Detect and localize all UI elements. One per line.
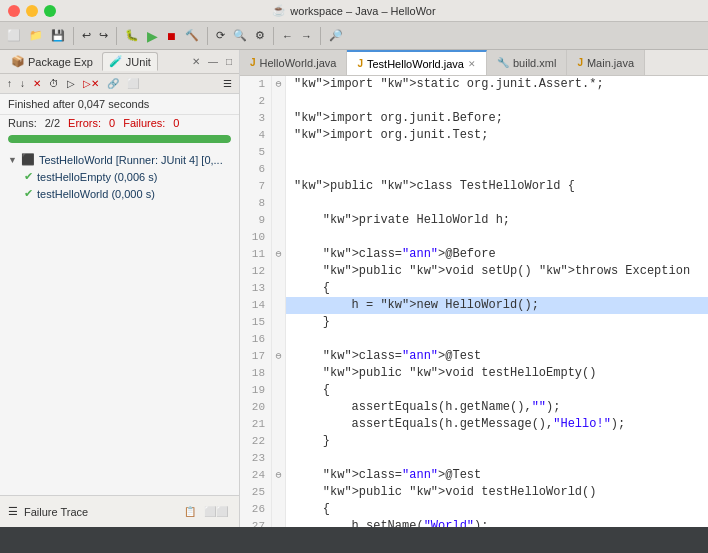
junit-prev-failure[interactable]: ↑ (4, 76, 15, 91)
code-line: 1⊖"kw">import "kw">static org.junit.Asse… (240, 76, 708, 93)
line-number: 8 (240, 195, 272, 212)
toolbar-undo[interactable]: ↩ (79, 27, 94, 44)
errors-label: Errors: (68, 117, 101, 129)
editor-tab-label-0: HelloWorld.java (260, 57, 337, 69)
maximize-button[interactable] (44, 5, 56, 17)
junit-rerun-failed[interactable]: ▷✕ (80, 76, 102, 91)
toolbar-back[interactable]: ← (279, 28, 296, 44)
line-gutter: ⊖ (272, 348, 286, 365)
code-line: 16 (240, 331, 708, 348)
panel-maximize-button[interactable]: □ (223, 55, 235, 68)
tab-junit[interactable]: 🧪 JUnit (102, 52, 158, 71)
editor-tab-label-3: Main.java (587, 57, 634, 69)
code-line: 10 (240, 229, 708, 246)
line-content: "kw">import org.junit.Test; (286, 127, 708, 144)
line-gutter (272, 484, 286, 501)
window-title: ☕ workspace – Java – HelloWor (272, 4, 435, 17)
toolbar-save[interactable]: 💾 (48, 27, 68, 44)
line-gutter (272, 314, 286, 331)
line-number: 25 (240, 484, 272, 501)
line-content: h.setName("World"); (286, 518, 708, 527)
code-line: 6 (240, 161, 708, 178)
toolbar-redo[interactable]: ↪ (96, 27, 111, 44)
editor-tab-3[interactable]: J Main.java (567, 50, 645, 75)
editor-tab-0[interactable]: J HelloWorld.java (240, 50, 347, 75)
left-panel: 📦 Package Exp 🧪 JUnit ✕ — □ ↑ ↓ ✕ ⏱ ▷ ▷✕… (0, 50, 240, 527)
failures-value: 0 (173, 117, 179, 129)
code-line: 22 } (240, 433, 708, 450)
editor-tab-2[interactable]: 🔧 build.xml (487, 50, 567, 75)
line-gutter (272, 178, 286, 195)
code-line: 2 (240, 93, 708, 110)
failure-trace-panel: ☰ Failure Trace 📋 ⬜⬜ (0, 495, 239, 527)
junit-rerun[interactable]: ▷ (64, 76, 78, 91)
line-gutter (272, 433, 286, 450)
toolbar-new[interactable]: ⬜ (4, 27, 24, 44)
line-gutter (272, 280, 286, 297)
line-gutter (272, 212, 286, 229)
code-line: 3"kw">import org.junit.Before; (240, 110, 708, 127)
tree-root-item[interactable]: ▼ ⬛ TestHelloWorld [Runner: JUnit 4] [0,… (0, 151, 239, 168)
toolbar-sep-5 (320, 27, 321, 45)
editor-tab-close-1[interactable]: ✕ (468, 59, 476, 69)
line-number: 21 (240, 416, 272, 433)
line-gutter (272, 110, 286, 127)
line-gutter: ⊖ (272, 467, 286, 484)
tree-child-item-1[interactable]: ✔ testHelloWorld (0,000 s) (0, 185, 239, 202)
toolbar-sep-4 (273, 27, 274, 45)
editor-tab-1[interactable]: J TestHelloWorld.java ✕ (347, 50, 487, 75)
toolbar-build[interactable]: 🔨 (182, 27, 202, 44)
code-line: 13 { (240, 280, 708, 297)
line-number: 11 (240, 246, 272, 263)
line-number: 22 (240, 433, 272, 450)
code-line: 15 } (240, 314, 708, 331)
panel-tab-bar: 📦 Package Exp 🧪 JUnit ✕ — □ (0, 50, 239, 74)
tree-root-label: TestHelloWorld [Runner: JUnit 4] [0,... (39, 154, 223, 166)
toolbar-debug[interactable]: 🐛 (122, 27, 142, 44)
package-icon: 📦 (11, 55, 25, 68)
window-icon: ☕ (272, 4, 286, 17)
junit-icon: 🧪 (109, 55, 123, 68)
main-toolbar: ⬜ 📁 💾 ↩ ↪ 🐛 ▶ ⏹ 🔨 ⟳ 🔍 ⚙ ← → 🔎 (0, 22, 708, 50)
junit-filter[interactable]: ⬜ (124, 76, 142, 91)
failure-trace-filter[interactable]: ⬜⬜ (201, 504, 231, 519)
toolbar-forward[interactable]: → (298, 28, 315, 44)
line-gutter (272, 399, 286, 416)
window-controls[interactable] (8, 5, 56, 17)
line-number: 5 (240, 144, 272, 161)
junit-link[interactable]: 🔗 (104, 76, 122, 91)
tab-package-explorer[interactable]: 📦 Package Exp (4, 52, 100, 71)
panel-close-button[interactable]: ✕ (189, 55, 203, 68)
close-button[interactable] (8, 5, 20, 17)
junit-menu[interactable]: ☰ (220, 76, 235, 91)
code-line: 4"kw">import org.junit.Test; (240, 127, 708, 144)
code-line: 14 h = "kw">new HelloWorld(); (240, 297, 708, 314)
line-content: h = "kw">new HelloWorld(); (286, 297, 708, 314)
line-number: 27 (240, 518, 272, 527)
toolbar-refresh[interactable]: ⟳ (213, 27, 228, 44)
panel-minimize-button[interactable]: — (205, 55, 221, 68)
code-line: 7"kw">public "kw">class TestHelloWorld { (240, 178, 708, 195)
junit-error-icon[interactable]: ✕ (30, 76, 44, 91)
junit-next-failure[interactable]: ↓ (17, 76, 28, 91)
toolbar-run[interactable]: ▶ (144, 26, 161, 46)
tree-child-item-0[interactable]: ✔ testHelloEmpty (0,006 s) (0, 168, 239, 185)
toolbar-zoom[interactable]: 🔎 (326, 27, 346, 44)
failure-trace-actions: 📋 ⬜⬜ (181, 504, 231, 519)
minimize-button[interactable] (26, 5, 38, 17)
code-editor[interactable]: 1⊖"kw">import "kw">static org.junit.Asse… (240, 76, 708, 527)
line-content (286, 331, 708, 348)
toolbar-search[interactable]: 🔍 (230, 27, 250, 44)
editor-tab-label-1: TestHelloWorld.java (367, 58, 464, 70)
line-content (286, 229, 708, 246)
junit-history[interactable]: ⏱ (46, 76, 62, 91)
failure-trace-copy[interactable]: 📋 (181, 504, 199, 519)
line-number: 9 (240, 212, 272, 229)
main-layout: 📦 Package Exp 🧪 JUnit ✕ — □ ↑ ↓ ✕ ⏱ ▷ ▷✕… (0, 50, 708, 527)
code-line: 21 assertEquals(h.getMessage(),"Hello!")… (240, 416, 708, 433)
tree-arrow-icon: ▼ (8, 155, 17, 165)
toolbar-stop[interactable]: ⏹ (163, 28, 180, 44)
toolbar-settings[interactable]: ⚙ (252, 27, 268, 44)
tab-icon-1: J (357, 58, 363, 69)
toolbar-open[interactable]: 📁 (26, 27, 46, 44)
